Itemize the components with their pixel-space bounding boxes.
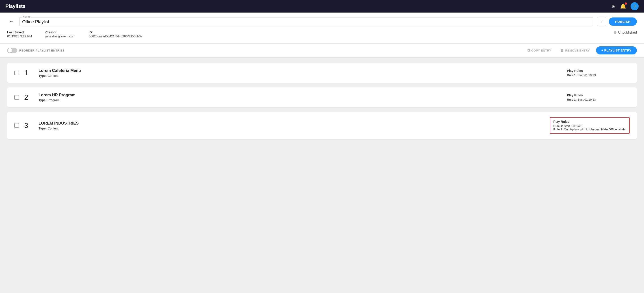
entry-card-3: 3 LOREM INDUSTRIES Type: Content Play Ru… bbox=[7, 112, 637, 139]
entry-number-2: 2 bbox=[24, 93, 33, 102]
entry-number-1: 1 bbox=[24, 69, 33, 77]
play-rules-label-3: Play Rules bbox=[554, 120, 626, 124]
reorder-toggle[interactable] bbox=[7, 48, 17, 53]
remove-entry-label: REMOVE ENTRY bbox=[565, 49, 590, 52]
play-rules-label-1: Play Rules bbox=[567, 69, 630, 72]
entry-checkbox-3[interactable] bbox=[14, 123, 19, 128]
play-rules-2: Play Rules Rule 1: Start 01/19/23 bbox=[567, 94, 630, 101]
creator-value: jane.doe@lorem.com bbox=[46, 34, 75, 38]
play-rules-3: Play Rules Rule 1: Start 01/19/23 Rule 2… bbox=[550, 117, 630, 134]
entry-info-2: Lorem HR Program Type: Program bbox=[38, 93, 562, 102]
copy-entry-button[interactable]: ⧉ COPY ENTRY bbox=[525, 46, 554, 54]
header-top-row: ← Name ⇧ PUBLISH bbox=[7, 17, 637, 26]
notification-badge bbox=[625, 2, 627, 5]
status-text: Unpublished bbox=[618, 30, 637, 34]
status-dot bbox=[614, 31, 616, 34]
play-rules-1: Play Rules Rule 1: Start 01/19/23 bbox=[567, 69, 630, 77]
toolbar: REORDER PLAYLIST ENTRIES ⧉ COPY ENTRY 🗑 … bbox=[0, 44, 644, 58]
nav-right: ⊞ 🔔 J bbox=[612, 2, 638, 10]
content-area: 1 Lorem Cafeteria Menu Type: Content Pla… bbox=[0, 58, 644, 149]
meta-last-saved: Last Saved: 01/19/23 3:29 PM bbox=[7, 30, 32, 38]
back-button[interactable]: ← bbox=[7, 18, 16, 25]
meta-id: ID: 0d628ca7ad5c421f8d4d9604bf50db0e bbox=[89, 30, 142, 38]
play-rules-label-2: Play Rules bbox=[567, 94, 630, 97]
meta-row: Last Saved: 01/19/23 3:29 PM Creator: ja… bbox=[7, 30, 637, 38]
copy-entry-label: COPY ENTRY bbox=[531, 49, 551, 52]
entry-checkbox-2[interactable] bbox=[14, 95, 19, 100]
play-rule-2-1: Rule 1: Start 01/19/23 bbox=[567, 98, 630, 101]
entry-title-3: LOREM INDUSTRIES bbox=[38, 121, 544, 126]
play-rule-3-2: Rule 2: On displays with Lobby and Main … bbox=[554, 128, 626, 131]
header-area: ← Name ⇧ PUBLISH Last Saved: 01/19/23 3:… bbox=[0, 12, 644, 44]
entry-checkbox-1[interactable] bbox=[14, 71, 19, 75]
remove-entry-button[interactable]: 🗑 REMOVE ENTRY bbox=[558, 46, 592, 54]
top-nav: Playlists ⊞ 🔔 J bbox=[0, 0, 644, 12]
copy-icon: ⧉ bbox=[528, 48, 530, 52]
name-field-wrapper: Name bbox=[19, 17, 593, 26]
id-value: 0d628ca7ad5c421f8d4d9604bf50db0e bbox=[89, 34, 142, 38]
play-rule-1-1: Rule 1: Start 01/19/23 bbox=[567, 74, 630, 77]
entry-type-1: Type: Content bbox=[38, 74, 562, 78]
entry-title-2: Lorem HR Program bbox=[38, 93, 562, 98]
status-area: Unpublished bbox=[614, 30, 637, 34]
toggle-knob bbox=[8, 48, 12, 53]
trash-icon: 🗑 bbox=[560, 48, 564, 52]
entry-info-1: Lorem Cafeteria Menu Type: Content bbox=[38, 68, 562, 78]
last-saved-label: Last Saved: bbox=[7, 30, 32, 34]
add-entry-button[interactable]: + PLAYLIST ENTRY bbox=[596, 46, 637, 54]
entry-card-2: 2 Lorem HR Program Type: Program Play Ru… bbox=[7, 87, 637, 107]
share-icon: ⇧ bbox=[600, 19, 603, 24]
bell-button[interactable]: 🔔 bbox=[620, 3, 626, 9]
last-saved-value: 01/19/23 3:29 PM bbox=[7, 34, 32, 38]
reorder-label: REORDER PLAYLIST ENTRIES bbox=[19, 49, 64, 52]
entry-type-3: Type: Content bbox=[38, 126, 544, 130]
entry-number-3: 3 bbox=[24, 122, 33, 130]
header-actions: ⇧ PUBLISH bbox=[597, 17, 637, 26]
publish-button[interactable]: PUBLISH bbox=[609, 18, 637, 26]
reorder-toggle-wrapper: REORDER PLAYLIST ENTRIES bbox=[7, 48, 64, 53]
entry-type-2: Type: Program bbox=[38, 98, 562, 102]
app-title: Playlists bbox=[6, 3, 25, 9]
entry-card-1: 1 Lorem Cafeteria Menu Type: Content Pla… bbox=[7, 63, 637, 83]
grid-icon[interactable]: ⊞ bbox=[612, 4, 616, 9]
play-rule-3-1: Rule 1: Start 01/19/23 bbox=[554, 124, 626, 128]
creator-label: Creator: bbox=[46, 30, 75, 34]
avatar[interactable]: J bbox=[630, 2, 638, 10]
meta-creator: Creator: jane.doe@lorem.com bbox=[46, 30, 75, 38]
share-button[interactable]: ⇧ bbox=[597, 17, 606, 26]
entry-title-1: Lorem Cafeteria Menu bbox=[38, 68, 562, 73]
entry-info-3: LOREM INDUSTRIES Type: Content bbox=[38, 121, 544, 130]
name-label: Name bbox=[22, 15, 31, 18]
name-input[interactable] bbox=[22, 19, 590, 24]
id-label: ID: bbox=[89, 30, 142, 34]
